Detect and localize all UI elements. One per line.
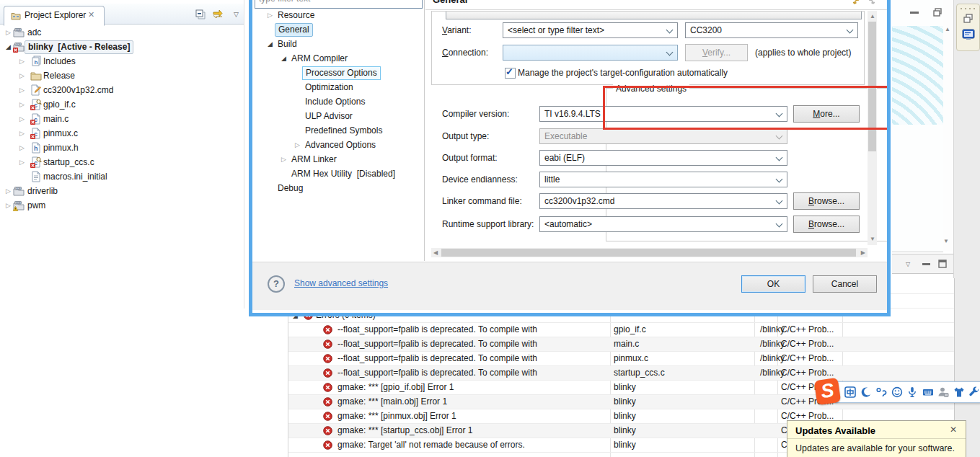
minimize-view-icon[interactable] <box>910 12 919 14</box>
notification-body: Updates are available for your software. <box>795 443 955 453</box>
browse-linker-button[interactable]: Browse... <box>793 192 860 210</box>
properties-tree-item[interactable]: ARM Hex Utility [Disabled] <box>252 167 424 181</box>
expander-expanded-icon[interactable]: ◢ <box>268 37 273 51</box>
content-horizontal-scrollbar[interactable]: ◀ ▶ <box>431 248 868 257</box>
view-menu-icon[interactable]: ▽ <box>906 261 910 267</box>
expander-collapsed-icon[interactable]: ▷ <box>19 126 25 141</box>
chevron-down-icon <box>666 27 674 34</box>
user-dict-icon[interactable] <box>937 386 949 398</box>
properties-tree-item[interactable]: ▷Resource <box>252 8 424 22</box>
moon-icon[interactable] <box>860 386 872 398</box>
project-explorer-item[interactable]: ▷cpinmux.c <box>0 126 244 141</box>
show-advanced-settings-link[interactable]: Show advanced settings <box>294 278 388 288</box>
compiler-version-label: Compiler version: <box>442 106 509 122</box>
expander-collapsed-icon[interactable]: ▷ <box>6 25 11 40</box>
properties-tree-item[interactable]: ▷Advanced Options <box>252 138 424 152</box>
properties-tree-item[interactable]: General <box>252 22 424 37</box>
applies-note: (applies to whole project) <box>755 45 851 61</box>
properties-tree-item[interactable]: Processor Options <box>252 66 424 80</box>
error-icon <box>323 412 335 423</box>
project-explorer-item[interactable]: ▷hpinmux.h <box>0 141 244 155</box>
keyboard-icon[interactable] <box>922 386 934 398</box>
problem-row[interactable]: --float_support=fpalib is deprecated. To… <box>288 323 954 337</box>
scrollbar-thumb[interactable] <box>441 249 856 257</box>
project-explorer-item[interactable]: ▷CCSpwm <box>0 198 244 213</box>
close-icon[interactable]: ✕ <box>950 425 957 435</box>
project-explorer-item[interactable]: ▷CCSdriverlib <box>0 184 244 198</box>
help-icon[interactable]: ? <box>268 275 285 293</box>
expander-collapsed-icon[interactable]: ▷ <box>281 152 286 167</box>
scroll-up-icon[interactable]: ▲ <box>870 13 875 20</box>
microphone-icon[interactable] <box>906 386 918 398</box>
project-explorer-item[interactable]: ▷Release <box>0 68 244 83</box>
project-explorer-item[interactable]: macros.ini_initial <box>0 169 244 184</box>
expander-collapsed-icon[interactable]: ▷ <box>268 8 273 22</box>
sogou-logo-icon[interactable]: S <box>814 378 841 405</box>
expander-collapsed-icon[interactable]: ▷ <box>19 155 25 169</box>
properties-tree-item[interactable]: ▷ARM Linker <box>252 152 424 167</box>
problem-resource: main.c <box>614 337 753 352</box>
chinese-input-icon[interactable] <box>844 386 856 398</box>
device-endianness-combo[interactable]: little <box>539 172 787 187</box>
expander-collapsed-icon[interactable]: ▷ <box>19 54 25 68</box>
smiley-icon[interactable] <box>891 386 903 398</box>
expander-collapsed-icon[interactable]: ▷ <box>6 198 11 213</box>
project-explorer-item[interactable]: ▷CCSadc <box>0 25 244 40</box>
forward-nav-icon[interactable] <box>868 0 875 9</box>
punctuation-icon[interactable] <box>875 386 887 398</box>
properties-tree-item[interactable]: ◢Build <box>252 37 424 51</box>
grip-dot <box>974 8 975 9</box>
back-nav-icon[interactable] <box>853 0 860 9</box>
properties-tree-item[interactable]: Predefined Symbols <box>252 123 424 138</box>
scroll-down-icon[interactable]: ▼ <box>870 236 875 243</box>
console-view-icon[interactable] <box>962 29 975 43</box>
variant-filter-combo[interactable]: <select or type filter text> <box>503 22 678 38</box>
project-explorer-item[interactable]: ▷cstartup_ccs.c <box>0 155 244 169</box>
variant-device-combo[interactable]: CC3200 <box>685 22 858 38</box>
expander-collapsed-icon[interactable]: ▷ <box>19 112 25 126</box>
scroll-right-icon[interactable]: ▶ <box>861 249 865 257</box>
scroll-up-icon[interactable]: ▲ <box>945 26 950 33</box>
properties-tree-item[interactable]: ◢ARM Compiler <box>252 51 424 66</box>
maximize-view-icon[interactable] <box>933 8 942 19</box>
output-format-combo[interactable]: eabi (ELF) <box>539 150 787 166</box>
properties-tree-item[interactable]: Debug <box>252 181 424 195</box>
expander-collapsed-icon[interactable]: ▷ <box>19 83 25 97</box>
project-explorer-item[interactable]: ▷hIncludes <box>0 54 244 68</box>
properties-tree-item[interactable]: Optimization <box>252 80 424 94</box>
cancel-button[interactable]: Cancel <box>813 275 877 293</box>
manage-config-checkbox[interactable]: ✓ <box>505 68 516 79</box>
skin-icon[interactable] <box>953 386 965 398</box>
expander-collapsed-icon[interactable]: ▷ <box>19 141 25 155</box>
linker-command-file-combo[interactable]: cc3200v1p32.cmd <box>539 193 787 209</box>
problem-resource: blinky <box>614 409 753 424</box>
scroll-down-icon[interactable]: ▼ <box>943 238 949 245</box>
project-explorer-item[interactable]: ◢CCSblinky [Active - Release] <box>0 40 244 54</box>
minimize-view-icon[interactable] <box>922 263 930 265</box>
project-explorer-item[interactable]: ▷cmain.c <box>0 112 244 126</box>
runtime-library-combo[interactable]: <automatic> <box>539 216 787 232</box>
tree-item-label: ARM Linker <box>291 152 337 167</box>
properties-tree-item[interactable]: Include Options <box>252 94 424 109</box>
properties-tree-item[interactable]: ULP Advisor <box>252 109 424 123</box>
expander-expanded-icon[interactable]: ◢ <box>281 51 286 66</box>
wrench-icon[interactable] <box>968 386 980 398</box>
verify-button[interactable]: Verify... <box>685 44 748 61</box>
scroll-left-icon[interactable]: ◀ <box>433 249 438 257</box>
output-type-combo[interactable]: Executable <box>539 128 787 144</box>
restore-view-icon[interactable] <box>963 14 973 25</box>
expander-expanded-icon[interactable]: ◢ <box>6 40 11 54</box>
connection-combo[interactable] <box>503 45 678 61</box>
problem-row[interactable]: --float_support=fpalib is deprecated. To… <box>288 352 954 366</box>
expander-collapsed-icon[interactable]: ▷ <box>19 68 25 83</box>
expander-collapsed-icon[interactable]: ▷ <box>19 97 25 112</box>
ok-button[interactable]: OK <box>741 275 805 293</box>
browse-runtime-button[interactable]: Browse... <box>793 216 860 233</box>
problem-row[interactable]: --float_support=fpalib is deprecated. To… <box>288 337 954 352</box>
expander-collapsed-icon[interactable]: ▷ <box>295 138 300 152</box>
project-explorer-item[interactable]: ▷cc3200v1p32.cmd <box>0 83 244 97</box>
maximize-view-icon[interactable] <box>938 259 947 270</box>
problem-row[interactable]: --float_support=fpalib is deprecated. To… <box>288 366 954 381</box>
expander-collapsed-icon[interactable]: ▷ <box>6 184 11 198</box>
project-explorer-item[interactable]: ▷cgpio_if.c <box>0 97 244 112</box>
